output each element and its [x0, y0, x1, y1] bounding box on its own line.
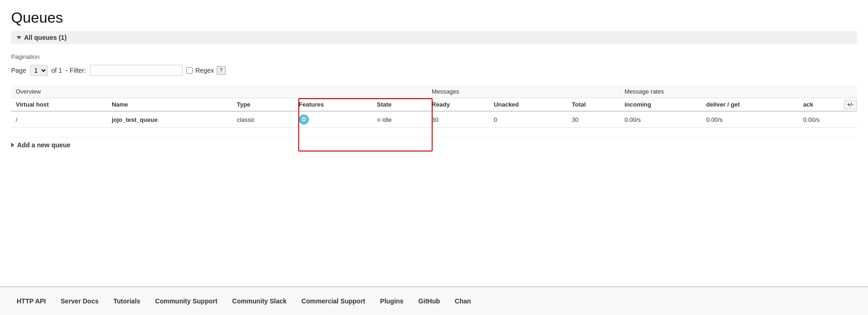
- message-rates-header: Message rates: [620, 85, 857, 98]
- footer: HTTP API Server Docs Tutorials Community…: [0, 286, 868, 315]
- col-unacked: Unacked: [489, 98, 567, 112]
- all-queues-label: All queues (1): [24, 34, 67, 41]
- regex-checkbox[interactable]: [186, 67, 193, 74]
- col-name: Name: [107, 98, 232, 112]
- collapse-icon: [17, 36, 21, 39]
- overview-header: Overview: [11, 85, 427, 98]
- queues-table-section: Overview Messages Message rates Virtual …: [11, 85, 857, 128]
- plus-minus-button[interactable]: +/-: [844, 100, 857, 109]
- cell-name: jojo_test_queue: [107, 111, 232, 128]
- col-total: Total: [567, 98, 620, 112]
- col-state: State: [372, 98, 428, 112]
- add-queue-label: Add a new queue: [17, 141, 70, 149]
- footer-link-http-api[interactable]: HTTP API: [9, 294, 53, 309]
- col-ready: Ready: [427, 98, 489, 112]
- state-indicator: [377, 118, 381, 122]
- footer-link-server-docs[interactable]: Server Docs: [53, 294, 106, 309]
- filter-input[interactable]: [90, 65, 182, 76]
- cell-features: D: [294, 111, 372, 128]
- page-label: Page: [11, 67, 26, 74]
- cell-total: 30: [567, 111, 620, 128]
- table-row[interactable]: / jojo_test_queue classic D idle 30 0 30…: [11, 111, 857, 128]
- cell-deliver-get: 0.00/s: [702, 111, 799, 128]
- expand-icon: [11, 143, 14, 147]
- footer-link-tutorials[interactable]: Tutorials: [106, 294, 148, 309]
- messages-header: Messages: [427, 85, 620, 98]
- col-type: Type: [232, 98, 294, 112]
- cell-state: idle: [372, 111, 428, 128]
- regex-label: Regex: [195, 67, 214, 74]
- col-incoming: incoming: [620, 98, 702, 112]
- cell-ready: 30: [427, 111, 489, 128]
- all-queues-header[interactable]: All queues (1): [11, 31, 857, 44]
- of-label: of 1: [51, 67, 62, 74]
- queues-table: Overview Messages Message rates Virtual …: [11, 85, 857, 128]
- cell-type: classic: [232, 111, 294, 128]
- page-select[interactable]: 1: [30, 65, 48, 76]
- cell-incoming: 0.00/s: [620, 111, 702, 128]
- footer-link-plugins[interactable]: Plugins: [373, 294, 411, 309]
- regex-help-button[interactable]: ?: [217, 66, 226, 75]
- add-queue-section[interactable]: Add a new queue: [11, 137, 857, 152]
- cell-virtual-host: /: [11, 111, 107, 128]
- column-header-row: Virtual host Name Type Features State Re…: [11, 98, 857, 112]
- pagination-section: Pagination Page 1 of 1 - Filter: Regex ?: [11, 53, 857, 76]
- pagination-label: Pagination: [11, 53, 857, 60]
- cell-unacked: 0: [489, 111, 567, 128]
- filter-label: - Filter:: [66, 67, 86, 74]
- footer-link-github[interactable]: GitHub: [411, 294, 447, 309]
- footer-link-community-support[interactable]: Community Support: [148, 294, 225, 309]
- footer-link-chan[interactable]: Chan: [447, 294, 478, 309]
- page-title: Queues: [11, 9, 857, 26]
- footer-link-commercial-support[interactable]: Commercial Support: [294, 294, 373, 309]
- col-deliver-get: deliver / get: [702, 98, 799, 112]
- section-header-row: Overview Messages Message rates: [11, 85, 857, 98]
- footer-link-community-slack[interactable]: Community Slack: [225, 294, 294, 309]
- col-virtual-host: Virtual host: [11, 98, 107, 112]
- col-features: Features: [294, 98, 372, 112]
- feature-badge-d: D: [299, 114, 309, 125]
- cell-ack: 0.00/s: [799, 111, 857, 128]
- table-wrapper: Overview Messages Message rates Virtual …: [11, 85, 857, 128]
